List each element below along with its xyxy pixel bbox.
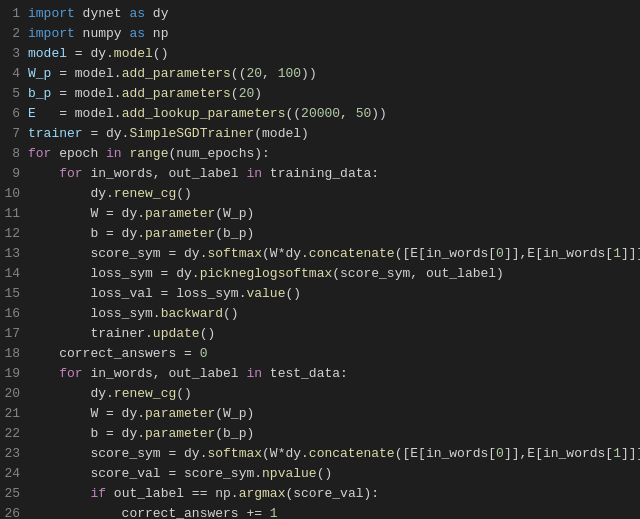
line-content: E = model.add_lookup_parameters((20000, … <box>28 104 640 124</box>
token-plain: dy. <box>28 386 114 401</box>
code-line: 19 for in_words, out_label in test_data: <box>0 364 640 384</box>
token-plain <box>28 366 59 381</box>
token-num: 50 <box>356 106 372 121</box>
token-fn: renew_cg <box>114 186 176 201</box>
token-var: trainer <box>28 126 83 141</box>
code-line: 6E = model.add_lookup_parameters((20000,… <box>0 104 640 124</box>
token-plain: = model. <box>36 106 122 121</box>
token-plain: ]]]+b) <box>621 446 640 461</box>
code-line: 13 score_sym = dy.softmax(W*dy.concatena… <box>0 244 640 264</box>
token-plain: (score_sym, out_label) <box>332 266 504 281</box>
token-num: 20000 <box>301 106 340 121</box>
code-line: 20 dy.renew_cg() <box>0 384 640 404</box>
line-number: 2 <box>0 24 28 44</box>
code-line: 7trainer = dy.SimpleSGDTrainer(model) <box>0 124 640 144</box>
line-number: 24 <box>0 464 28 484</box>
line-number: 23 <box>0 444 28 464</box>
line-number: 15 <box>0 284 28 304</box>
line-content: import dynet as dy <box>28 4 640 24</box>
line-content: for in_words, out_label in training_data… <box>28 164 640 184</box>
line-content: W = dy.parameter(W_p) <box>28 204 640 224</box>
token-num: 1 <box>270 506 278 519</box>
code-line: 12 b = dy.parameter(b_p) <box>0 224 640 244</box>
token-plain: ) <box>254 86 262 101</box>
token-fn: add_parameters <box>122 66 231 81</box>
token-var: E <box>28 106 36 121</box>
code-line: 11 W = dy.parameter(W_p) <box>0 204 640 224</box>
token-plain: training_data: <box>262 166 379 181</box>
token-plain: ]]]+b) <box>621 246 640 261</box>
token-num: 20 <box>246 66 262 81</box>
token-plain: score_sym = dy. <box>28 246 207 261</box>
token-num: 0 <box>200 346 208 361</box>
token-plain <box>28 486 90 501</box>
line-number: 7 <box>0 124 28 144</box>
token-plain: () <box>285 286 301 301</box>
code-line: 22 b = dy.parameter(b_p) <box>0 424 640 444</box>
token-fn: pickneglogsoftmax <box>200 266 333 281</box>
code-line: 23 score_sym = dy.softmax(W*dy.concatena… <box>0 444 640 464</box>
line-content: b = dy.parameter(b_p) <box>28 424 640 444</box>
token-plain: loss_sym. <box>28 306 161 321</box>
token-fn: add_parameters <box>122 86 231 101</box>
line-content: correct_answers = 0 <box>28 344 640 364</box>
token-fn: parameter <box>145 426 215 441</box>
token-plain: (b_p) <box>215 226 254 241</box>
token-fn: add_lookup_parameters <box>122 106 286 121</box>
token-plain: W = dy. <box>28 206 145 221</box>
token-plain: (W_p) <box>215 406 254 421</box>
code-line: 17 trainer.update() <box>0 324 640 344</box>
line-content: score_sym = dy.softmax(W*dy.concatenate(… <box>28 444 640 464</box>
line-number: 12 <box>0 224 28 244</box>
token-fn: parameter <box>145 406 215 421</box>
code-line: 10 dy.renew_cg() <box>0 184 640 204</box>
line-number: 19 <box>0 364 28 384</box>
token-kw2: for <box>59 166 82 181</box>
token-plain: ]],E[in_words[ <box>504 246 613 261</box>
token-plain: numpy <box>75 26 130 41</box>
token-kw2: in <box>246 166 262 181</box>
line-content: score_sym = dy.softmax(W*dy.concatenate(… <box>28 244 640 264</box>
line-number: 16 <box>0 304 28 324</box>
token-plain: in_words, out_label <box>83 366 247 381</box>
token-plain: () <box>317 466 333 481</box>
token-fn: range <box>129 146 168 161</box>
token-plain: loss_sym = dy. <box>28 266 200 281</box>
token-fn: argmax <box>239 486 286 501</box>
token-plain: () <box>200 326 216 341</box>
token-kw2: in <box>246 366 262 381</box>
token-plain: (model) <box>254 126 309 141</box>
line-content: trainer.update() <box>28 324 640 344</box>
token-plain: , <box>340 106 356 121</box>
line-content: dy.renew_cg() <box>28 384 640 404</box>
token-num: 100 <box>278 66 301 81</box>
token-plain: b = dy. <box>28 426 145 441</box>
token-plain: , <box>262 66 278 81</box>
code-line: 21 W = dy.parameter(W_p) <box>0 404 640 424</box>
token-plain: in_words, out_label <box>83 166 247 181</box>
line-content: for in_words, out_label in test_data: <box>28 364 640 384</box>
line-content: b_p = model.add_parameters(20) <box>28 84 640 104</box>
token-plain: dy. <box>28 186 114 201</box>
code-line: 3model = dy.model() <box>0 44 640 64</box>
token-plain: correct_answers = <box>28 346 200 361</box>
line-content: loss_val = loss_sym.value() <box>28 284 640 304</box>
code-line: 26 correct_answers += 1 <box>0 504 640 519</box>
token-plain: ( <box>231 86 239 101</box>
line-number: 1 <box>0 4 28 24</box>
token-plain: W = dy. <box>28 406 145 421</box>
token-fn: SimpleSGDTrainer <box>129 126 254 141</box>
line-number: 10 <box>0 184 28 204</box>
code-line: 9 for in_words, out_label in training_da… <box>0 164 640 184</box>
token-plain: = dy. <box>83 126 130 141</box>
token-fn: concatenate <box>309 246 395 261</box>
token-plain: loss_val = loss_sym. <box>28 286 246 301</box>
token-plain: )) <box>301 66 317 81</box>
code-line: 4W_p = model.add_parameters((20, 100)) <box>0 64 640 84</box>
token-plain: (W*dy. <box>262 446 309 461</box>
line-number: 8 <box>0 144 28 164</box>
line-content: loss_sym = dy.pickneglogsoftmax(score_sy… <box>28 264 640 284</box>
code-line: 25 if out_label == np.argmax(score_val): <box>0 484 640 504</box>
line-number: 21 <box>0 404 28 424</box>
line-content: loss_sym.backward() <box>28 304 640 324</box>
